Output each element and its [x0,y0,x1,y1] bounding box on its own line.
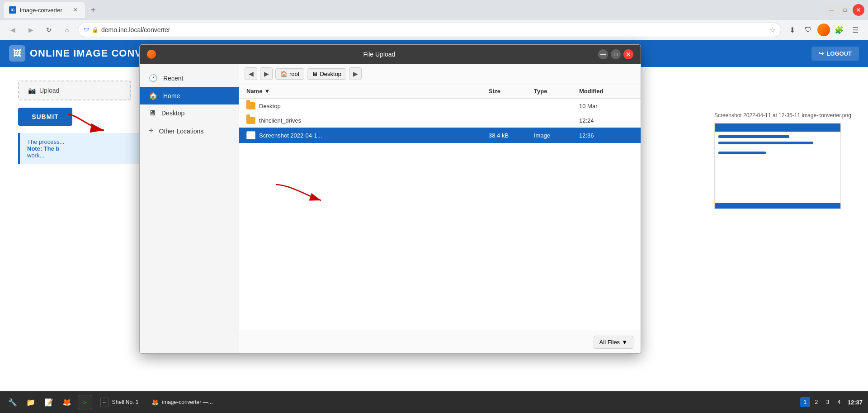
preview-line-3 [718,152,766,154]
preview-line-1 [718,135,789,138]
upload-label: Upload [39,87,59,94]
recent-icon: 🕐 [149,74,158,82]
logout-label: LOGOUT [826,50,852,57]
col-type-header[interactable]: Type [534,88,579,95]
browser-minimize-button[interactable]: — [826,4,837,16]
taskbar-wrench-icon[interactable]: 🔧 [5,395,20,409]
back-button[interactable]: ◀ [5,23,20,37]
taskbar-right: 1 2 3 4 12:37 [800,397,863,407]
shield-icon[interactable]: 🛡 [801,23,816,37]
site-logo-icon: 🖼 [9,45,25,62]
folder-icon-thinclient [246,117,255,124]
address-bar[interactable]: 🛡 🔒 demo.ine.local/converter ☆ [78,23,781,37]
preview-filename: Screenshot 2022-04-11 at 12-35-11 image-… [714,112,859,119]
taskbar-time: 12:37 [848,399,863,406]
info-text: The process... [27,138,64,145]
taskbar-shell-icon: ~ [100,398,108,407]
breadcrumb-desktop[interactable]: 🖥 Desktop [307,68,346,80]
dialog-sidebar: 🕐 Recent 🏠 Home 🖥 Desktop + Other Locati… [140,64,239,353]
col-type-label: Type [534,88,547,95]
taskbar-terminal-icon[interactable]: > [78,395,92,409]
col-modified-header[interactable]: Modified [579,88,633,95]
info-note: Note: The b [27,145,60,152]
upload-button[interactable]: 📷 Upload [18,81,131,100]
preview-area: Screenshot 2022-04-11 at 12-35-11 image-… [714,112,859,209]
home-icon: 🏠 [149,91,158,100]
dialog-title: File Upload [160,51,598,58]
col-name-label: Name [246,88,262,95]
sidebar-item-home[interactable]: 🏠 Home [140,87,239,104]
modified-thinclient: 12:24 [579,117,633,124]
logout-button[interactable]: ↪ LOGOUT [811,47,859,61]
all-files-button[interactable]: All Files ▼ [594,336,633,349]
site-logo: 🖼 ONLINE IMAGE CONV [9,45,142,62]
taskbar-firefox-icon[interactable]: 🦊 [60,395,74,409]
sidebar-other-label: Other Locations [159,128,204,135]
submit-button[interactable]: SUBMIT [18,108,72,126]
preview-footer-bar [715,203,840,209]
sidebar-item-recent[interactable]: 🕐 Recent [140,69,239,87]
dialog-toolbar: ◀ ▶ 🏠 root 🖥 Desktop ▶ [239,64,641,84]
sidebar-desktop-label: Desktop [161,109,184,117]
submit-label: SUBMIT [32,113,59,120]
modified-desktop: 10 Mar [579,103,633,109]
dialog-next-button[interactable]: ▶ [349,67,362,80]
tab-close-button[interactable]: ✕ [71,6,80,14]
workspace-switcher: 1 2 3 4 [800,397,844,407]
forward-button[interactable]: ▶ [24,23,38,37]
extensions-icon[interactable]: 🧩 [832,23,846,37]
dialog-footer: All Files ▼ [239,331,641,353]
size-screenshot: 38.4 kB [489,132,534,139]
file-name-thinclient: thinclient_drives [246,117,489,124]
dropdown-icon: ▼ [622,339,627,346]
dialog-back-button[interactable]: ◀ [245,67,257,80]
col-modified-label: Modified [579,88,603,95]
workspace-4[interactable]: 4 [834,397,844,407]
address-text: demo.ine.local/converter [101,26,766,33]
taskbar-files-icon[interactable]: 📁 [24,395,38,409]
reload-button[interactable]: ↻ [42,23,56,37]
file-row-thinclient[interactable]: thinclient_drives 12:24 [239,113,641,128]
taskbar-imageconv-item[interactable]: 🦊 image-converter —... [147,397,217,408]
bookmark-icon[interactable]: ☆ [769,26,775,34]
taskbar-text-icon[interactable]: 📝 [42,395,56,409]
preview-header-bar [715,123,840,132]
tab-favicon: IC [9,6,16,14]
browser-tab[interactable]: IC image-converter ✕ [4,2,85,18]
file-row-screenshot[interactable]: Screenshot 2022-04-1... 38.4 kB Image 12… [239,128,641,143]
file-list-header: Name ▼ Size Type Modified [239,84,641,99]
sidebar-item-other-locations[interactable]: + Other Locations [140,122,239,140]
browser-maximize-button[interactable]: □ [839,4,851,16]
taskbar-shell-item[interactable]: ~ Shell No. 1 [96,396,143,409]
menu-icon[interactable]: ☰ [848,23,863,37]
workspace-2[interactable]: 2 [811,397,821,407]
new-tab-button[interactable]: + [87,4,99,16]
breadcrumb-root-label: root [289,71,299,77]
dialog-maximize-icon: □ [614,51,617,57]
home-button[interactable]: ⌂ [60,23,74,37]
dialog-minimize-button[interactable]: — [598,49,608,59]
firefox-avatar[interactable] [817,24,830,36]
breadcrumb-root[interactable]: 🏠 root [275,68,304,80]
col-size-header[interactable]: Size [489,88,534,95]
image-icon-screenshot [246,131,255,139]
file-row-desktop[interactable]: Desktop 10 Mar [239,99,641,113]
breadcrumb-desktop-icon: 🖥 [312,71,318,77]
dialog-forward-button[interactable]: ▶ [260,67,273,80]
taskbar-imageconv-label: image-converter —... [162,399,213,405]
file-name-desktop: Desktop [246,102,489,109]
security-icon: 🛡 [84,27,89,33]
preview-image [714,123,841,209]
sidebar-item-desktop[interactable]: 🖥 Desktop [140,104,239,122]
dialog-close-button[interactable]: ✕ [623,49,633,59]
filename-screenshot: Screenshot 2022-04-1... [259,132,322,139]
workspace-1[interactable]: 1 [800,397,810,407]
col-name-header[interactable]: Name ▼ [246,88,489,95]
site-title: ONLINE IMAGE CONV [30,47,142,59]
filename-thinclient: thinclient_drives [259,117,301,124]
preview-content-area [715,132,840,160]
workspace-3[interactable]: 3 [823,397,833,407]
browser-close-button[interactable]: ✕ [853,4,864,16]
download-icon[interactable]: ⬇ [785,23,799,37]
dialog-maximize-button[interactable]: □ [611,49,621,59]
